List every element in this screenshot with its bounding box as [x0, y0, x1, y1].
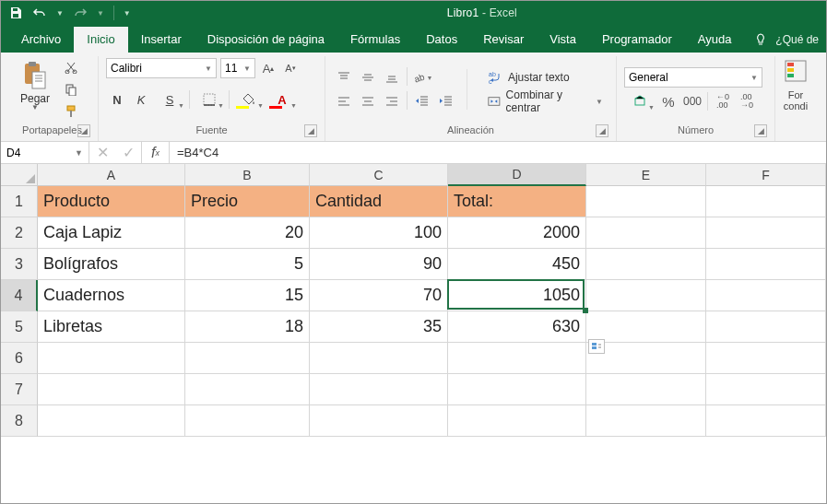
select-all-corner[interactable] [1, 164, 38, 186]
col-header[interactable]: F [706, 164, 826, 186]
tab-archivo[interactable]: Archivo [8, 27, 74, 53]
increase-decimal-button[interactable]: ←0.00 [712, 91, 734, 111]
cancel-formula-icon[interactable]: ✕ [89, 144, 115, 161]
align-top-icon[interactable] [333, 67, 355, 88]
cell[interactable]: Cantidad [310, 186, 448, 217]
cell[interactable]: 15 [185, 280, 310, 311]
cell[interactable] [185, 374, 310, 405]
accounting-format-button[interactable]: ▼ [624, 91, 656, 111]
cell[interactable]: Caja Lapiz [38, 217, 185, 249]
font-name-combo[interactable]: Calibri▼ [106, 58, 217, 78]
conditional-format-icon[interactable] [783, 58, 809, 84]
format-painter-icon[interactable] [62, 102, 80, 121]
autofill-options-icon[interactable] [588, 339, 605, 354]
cell[interactable]: Cuadernos [38, 280, 185, 311]
col-header[interactable]: E [586, 164, 706, 186]
cell[interactable]: Precio [185, 186, 310, 217]
clipboard-launcher-icon[interactable]: ◢ [77, 124, 90, 137]
cell[interactable] [38, 343, 185, 374]
bold-button[interactable]: N [106, 89, 128, 110]
number-launcher-icon[interactable]: ◢ [754, 124, 767, 137]
align-right-icon[interactable] [381, 91, 403, 111]
align-middle-icon[interactable] [357, 67, 379, 88]
row-header[interactable]: 4 [1, 280, 38, 311]
copy-icon[interactable] [62, 80, 80, 99]
name-box[interactable]: D4▼ [1, 142, 89, 163]
fx-icon[interactable]: fx [142, 142, 170, 163]
cell[interactable] [310, 405, 448, 437]
col-header[interactable]: B [185, 164, 310, 186]
cell[interactable]: 1050 [448, 280, 586, 311]
cell[interactable]: 2000 [448, 217, 586, 249]
increase-indent-icon[interactable] [435, 91, 457, 111]
tab-vista[interactable]: Vista [537, 27, 589, 53]
tab-fórmulas[interactable]: Fórmulas [337, 27, 413, 53]
alignment-launcher-icon[interactable]: ◢ [596, 124, 608, 137]
font-launcher-icon[interactable]: ◢ [304, 124, 317, 137]
col-header[interactable]: D [448, 164, 586, 186]
row-header[interactable]: 5 [1, 311, 38, 343]
cell[interactable] [706, 405, 826, 437]
font-color-button[interactable]: A▼ [266, 89, 298, 110]
fill-color-button[interactable]: ▼ [233, 89, 265, 110]
tell-me-icon[interactable] [753, 32, 768, 47]
decrease-indent-icon[interactable] [411, 91, 433, 111]
cell[interactable]: Libretas [38, 311, 185, 343]
orientation-icon[interactable]: ab▼ [411, 67, 433, 88]
cell[interactable] [706, 280, 826, 311]
align-left-icon[interactable] [333, 91, 355, 111]
percent-format-button[interactable]: % [657, 91, 679, 111]
merge-center-button[interactable]: Combinar y centrar ▼ [482, 91, 608, 111]
cell[interactable] [38, 405, 185, 437]
cut-icon[interactable] [62, 58, 80, 76]
cell[interactable] [586, 374, 706, 405]
cell[interactable] [706, 311, 826, 343]
cell[interactable] [586, 280, 706, 311]
tab-programador[interactable]: Programador [589, 27, 685, 53]
cell[interactable]: 100 [310, 217, 448, 249]
save-icon[interactable] [8, 6, 23, 20]
cell[interactable]: 630 [448, 311, 586, 343]
number-format-combo[interactable]: General▼ [624, 67, 762, 88]
cell[interactable] [185, 405, 310, 437]
italic-button[interactable]: K [130, 89, 152, 110]
increase-font-icon[interactable]: A▴ [259, 59, 278, 77]
cell[interactable] [38, 374, 185, 405]
cell[interactable] [586, 405, 706, 437]
cell[interactable]: 450 [448, 249, 586, 280]
tab-insertar[interactable]: Insertar [128, 27, 195, 53]
enter-formula-icon[interactable]: ✓ [115, 144, 141, 161]
cell[interactable] [448, 374, 586, 405]
decrease-font-icon[interactable]: A▾ [281, 59, 300, 77]
cell[interactable] [706, 186, 826, 217]
row-header[interactable]: 8 [1, 405, 38, 437]
cell[interactable] [185, 343, 310, 374]
cell[interactable]: 70 [310, 280, 448, 311]
tell-me-label[interactable]: ¿Qué de [775, 33, 819, 46]
cell[interactable] [448, 343, 586, 374]
cell[interactable] [706, 249, 826, 280]
row-header[interactable]: 3 [1, 249, 38, 280]
cell[interactable]: 5 [185, 249, 310, 280]
cell[interactable]: 18 [185, 311, 310, 343]
underline-button[interactable]: S▼ [154, 89, 185, 110]
font-size-combo[interactable]: 11▼ [220, 58, 255, 78]
cell[interactable] [706, 374, 826, 405]
decrease-decimal-button[interactable]: .00→0 [736, 91, 758, 111]
row-header[interactable]: 7 [1, 374, 38, 405]
cell[interactable]: Producto [38, 186, 185, 217]
wrap-text-button[interactable]: abc Ajustar texto [482, 67, 608, 88]
tab-disposición-de-página[interactable]: Disposición de página [195, 27, 337, 53]
row-header[interactable]: 2 [1, 217, 38, 249]
comma-format-button[interactable]: 000 [681, 91, 703, 111]
cell[interactable]: 90 [310, 249, 448, 280]
cell[interactable]: Bolígrafos [38, 249, 185, 280]
cell[interactable] [706, 343, 826, 374]
align-center-icon[interactable] [357, 91, 379, 111]
cell[interactable] [310, 374, 448, 405]
tab-revisar[interactable]: Revisar [470, 27, 537, 53]
tab-datos[interactable]: Datos [413, 27, 470, 53]
fill-handle[interactable] [583, 308, 588, 313]
borders-button[interactable]: ▼ [194, 89, 225, 110]
row-header[interactable]: 1 [1, 186, 38, 217]
